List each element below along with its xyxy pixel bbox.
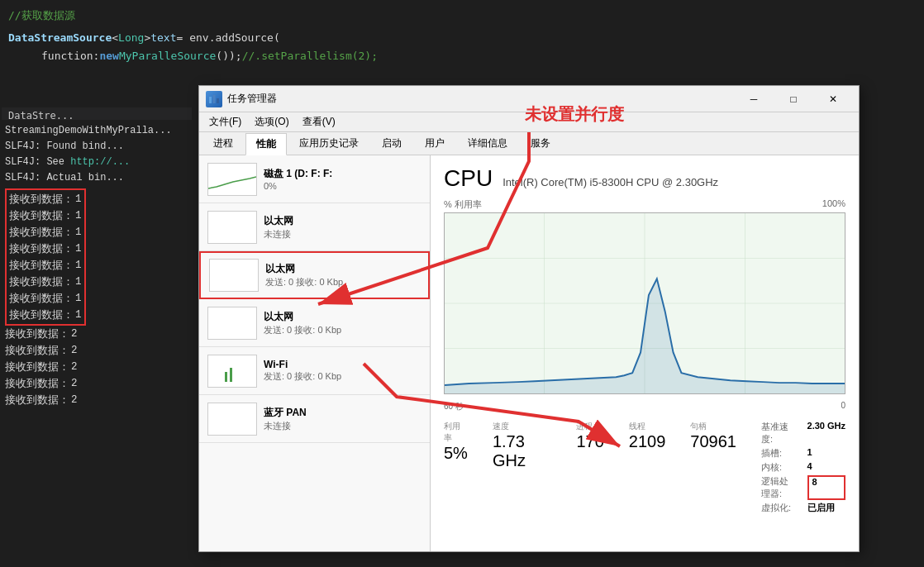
speed-stat-label: 速度: [493, 421, 552, 432]
code-comment2: //.setParallelism(2);: [242, 50, 378, 62]
utilization-label-row: % 利用率 100%: [444, 198, 845, 211]
code-class: MyParalleSource: [119, 50, 216, 62]
time-label-left: 60 秒: [444, 401, 464, 412]
tab-performance[interactable]: 性能: [245, 133, 287, 155]
svg-rect-6: [208, 307, 256, 339]
cpu-graph-svg: [445, 213, 845, 393]
thread-stat-label: 线程: [629, 421, 666, 432]
code-type: Long: [118, 31, 144, 44]
task-manager-content: 磁盘 1 (D: F: F: 0% 以太网 未连接: [199, 155, 859, 551]
base-speed-label: 基准速度:: [761, 421, 794, 446]
svg-rect-8: [225, 372, 227, 382]
keyword-datastream: DataStreamSource: [8, 31, 112, 44]
task-manager-titlebar: 任务管理器 ─ □ ✕: [199, 86, 859, 112]
console-link[interactable]: http://...: [70, 156, 130, 168]
wifi-name: Wi-Fi: [264, 359, 422, 370]
code-var: text: [150, 31, 176, 44]
tab-details[interactable]: 详细信息: [457, 132, 518, 155]
menu-options[interactable]: 选项(O): [248, 113, 295, 131]
svg-rect-9: [230, 368, 232, 382]
code-eq: = env.addSource(: [177, 31, 280, 44]
svg-rect-2: [217, 98, 219, 103]
device-eth3[interactable]: 以太网 发送: 0 接收: 0 Kbp: [199, 299, 430, 347]
received-12: 接收到数据：2: [5, 375, 193, 392]
device-bt[interactable]: 蓝牙 PAN 未连接: [199, 395, 430, 443]
console-slf2: SLF4J: See http://...: [5, 155, 193, 170]
received-group-1: 接收到数据：1 接收到数据：1 接收到数据：1 接收到数据：1 接收到数据：1 …: [5, 188, 86, 326]
received-13: 接收到数据：2: [5, 392, 193, 408]
time-labels: 60 秒 0: [444, 401, 845, 412]
tab-services[interactable]: 服务: [520, 132, 561, 155]
utilization-max: 100%: [822, 198, 845, 211]
eth3-sub: 发送: 0 接收: 0 Kbp: [264, 324, 422, 336]
svg-rect-0: [209, 97, 212, 103]
tab-startup[interactable]: 启动: [371, 132, 412, 155]
process-stat-value: 170: [576, 432, 603, 451]
svg-rect-10: [208, 403, 256, 435]
eth3-name: 以太网: [264, 310, 422, 324]
received-5: 接收到数据：1: [9, 257, 82, 274]
eth1-sub: 未连接: [264, 228, 422, 241]
code-sym1: >: [144, 31, 150, 44]
console-slf3: SLF4J: Actual bin...: [5, 170, 193, 186]
code-line-1: //获取数据源: [0, 7, 924, 25]
device-list: 磁盘 1 (D: F: F: 0% 以太网 未连接: [199, 155, 431, 551]
base-speed-value: 2.30 GHz: [807, 421, 845, 446]
virtual-label: 虚拟化:: [761, 502, 794, 514]
bt-graph: [207, 403, 257, 436]
socket-value: 1: [807, 447, 845, 460]
bt-info: 蓝牙 PAN 未连接: [264, 406, 422, 432]
handle-stat-value: 70961: [690, 432, 736, 451]
svg-rect-1: [213, 95, 216, 103]
socket-label: 插槽:: [761, 447, 794, 460]
cpu-title: CPU: [444, 165, 493, 192]
menu-view[interactable]: 查看(V): [296, 113, 342, 131]
tab-users[interactable]: 用户: [414, 132, 455, 155]
tab-process[interactable]: 进程: [202, 132, 244, 155]
console-line-streaming: StreamingDemoWithMyPralla...: [5, 123, 193, 139]
minimize-button[interactable]: ─: [735, 87, 773, 112]
device-disk[interactable]: 磁盘 1 (D: F: F: 0%: [199, 155, 430, 203]
process-stat-label: 进程: [576, 421, 603, 432]
device-wifi[interactable]: Wi-Fi 发送: 0 接收: 0 Kbp: [199, 347, 430, 395]
bt-sub: 未连接: [264, 420, 422, 432]
eth2-graph: [209, 259, 259, 292]
task-manager-tabs: 进程 性能 应用历史记录 启动 用户 详细信息 服务: [199, 132, 859, 155]
wifi-graph: [207, 355, 257, 388]
device-eth2[interactable]: 以太网 发送: 0 接收: 0 Kbp: [199, 251, 430, 299]
utilization-stat: 利用率 5%: [444, 421, 468, 463]
received-1: 接收到数据：1: [9, 191, 82, 207]
menu-file[interactable]: 文件(F): [202, 113, 248, 131]
disk-graph: [207, 163, 257, 196]
code-func: function:: [41, 50, 99, 62]
bt-name: 蓝牙 PAN: [264, 406, 422, 420]
received-2: 接收到数据：1: [9, 207, 82, 224]
device-eth1[interactable]: 以太网 未连接: [199, 203, 430, 251]
maximize-button[interactable]: □: [774, 87, 812, 112]
handle-stat: 句柄 70961: [690, 421, 736, 451]
svg-rect-5: [210, 260, 258, 291]
console-slf1: SLF4J: Found bind...: [5, 139, 193, 155]
speed-stat: 速度 1.73 GHz: [493, 421, 552, 470]
disk-sub: 0%: [264, 181, 422, 191]
thread-stat: 线程 2109: [629, 421, 666, 451]
code-call: ());: [216, 50, 241, 62]
close-button[interactable]: ✕: [814, 87, 852, 112]
tab-history[interactable]: 应用历史记录: [288, 132, 369, 155]
task-manager-title: 任务管理器: [227, 92, 735, 106]
received-10: 接收到数据：2: [5, 342, 193, 359]
received-6: 接收到数据：1: [9, 274, 82, 290]
code-line-3: function: new MyParalleSource());//.setP…: [0, 46, 924, 64]
svg-rect-4: [208, 212, 256, 243]
logical-label: 逻辑处理器:: [761, 475, 794, 500]
eth1-graph: [207, 211, 257, 244]
eth3-info: 以太网 发送: 0 接收: 0 Kbp: [264, 310, 422, 336]
virtual-value: 已启用: [807, 502, 845, 514]
task-manager-icon: [206, 91, 222, 107]
core-value: 4: [807, 461, 845, 474]
core-label: 内核:: [761, 461, 794, 474]
cpu-panel: CPU Intel(R) Core(TM) i5-8300H CPU @ 2.3…: [431, 155, 859, 551]
eth1-name: 以太网: [264, 214, 422, 228]
logical-value: 8: [807, 475, 845, 500]
cpu-info-grid: 基准速度: 2.30 GHz 插槽: 1 内核: 4 逻辑处理器: 8 虚拟化:…: [761, 421, 845, 514]
